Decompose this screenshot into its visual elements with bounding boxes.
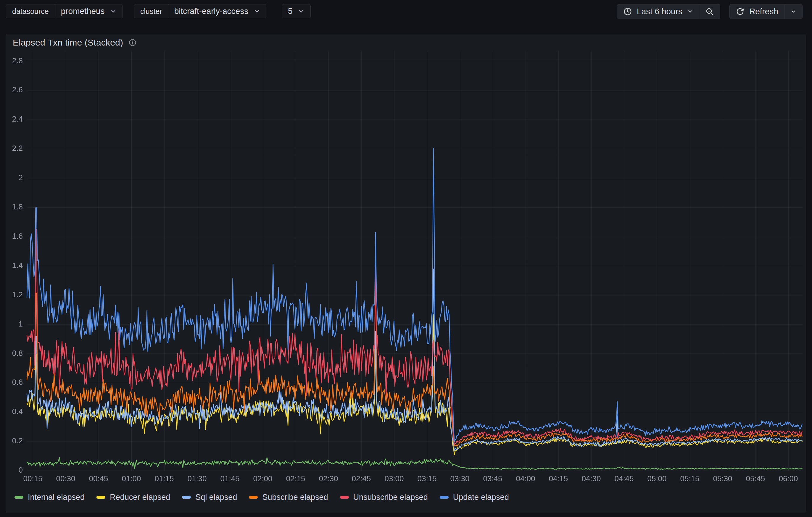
datasource-value: prometheus: [61, 6, 105, 16]
refresh-label: Refresh: [749, 7, 778, 16]
timeseries-canvas[interactable]: [6, 51, 805, 489]
chevron-down-icon: [298, 8, 304, 14]
cluster-label: cluster: [134, 4, 168, 18]
datasource-variable: datasource prometheus: [6, 4, 123, 18]
panel-title[interactable]: Elapsed Txn time (Stacked): [13, 37, 123, 48]
cluster-variable: cluster bitcraft-early-access: [134, 4, 266, 18]
refresh-group: Refresh: [729, 4, 803, 19]
legend-series-swatch: [340, 496, 349, 499]
legend-item-sql-elapsed[interactable]: Sql elapsed: [182, 493, 237, 502]
refresh-interval-dropdown[interactable]: [784, 4, 802, 19]
legend-series-swatch: [249, 496, 258, 499]
legend-item-unsubscribe-elapsed[interactable]: Unsubscribe elapsed: [340, 493, 428, 502]
legend-series-label: Update elapsed: [453, 493, 509, 502]
chevron-down-icon: [110, 8, 117, 14]
time-range-group: Last 6 hours: [617, 4, 720, 19]
legend-series-swatch: [14, 496, 23, 499]
legend-item-update-elapsed[interactable]: Update elapsed: [440, 493, 509, 502]
legend-item-subscribe-elapsed[interactable]: Subscribe elapsed: [249, 493, 328, 502]
legend-series-swatch: [96, 496, 105, 499]
legend-series-swatch: [440, 496, 448, 499]
zoom-out-time-button[interactable]: [699, 4, 720, 19]
cluster-value: bitcraft-early-access: [174, 6, 249, 16]
legend-series-label: Subscribe elapsed: [262, 493, 328, 502]
panel-header: Elapsed Txn time (Stacked): [6, 34, 805, 51]
chevron-down-icon: [790, 8, 796, 14]
chart-area: [6, 51, 805, 489]
legend-item-internal-elapsed[interactable]: Internal elapsed: [14, 493, 85, 502]
info-icon[interactable]: [128, 38, 137, 47]
timeseries-panel: Elapsed Txn time (Stacked) Internal elap…: [6, 34, 806, 513]
time-range-picker-button[interactable]: Last 6 hours: [617, 4, 699, 19]
refresh-button[interactable]: Refresh: [730, 4, 784, 19]
chart-legend: Internal elapsedReducer elapsedSql elaps…: [14, 489, 509, 505]
cluster-select[interactable]: bitcraft-early-access: [168, 4, 266, 18]
datasource-select[interactable]: prometheus: [55, 4, 122, 18]
legend-item-reducer-elapsed[interactable]: Reducer elapsed: [96, 493, 170, 502]
legend-series-label: Internal elapsed: [28, 493, 85, 502]
interval-value: 5: [288, 6, 293, 16]
legend-series-label: Sql elapsed: [195, 493, 237, 502]
legend-series-swatch: [182, 496, 191, 499]
zoom-out-icon: [705, 7, 714, 16]
refresh-icon: [736, 7, 745, 16]
interval-variable: 5: [282, 4, 311, 18]
legend-series-label: Unsubscribe elapsed: [353, 493, 428, 502]
interval-select[interactable]: 5: [282, 4, 311, 18]
clock-icon: [623, 7, 632, 16]
datasource-label: datasource: [6, 4, 55, 18]
chevron-down-icon: [254, 8, 260, 14]
dashboard-toolbar: datasource prometheus cluster bitcraft-e…: [0, 0, 812, 31]
chevron-down-icon: [687, 8, 693, 14]
legend-series-label: Reducer elapsed: [110, 493, 170, 502]
time-range-label: Last 6 hours: [637, 7, 683, 16]
